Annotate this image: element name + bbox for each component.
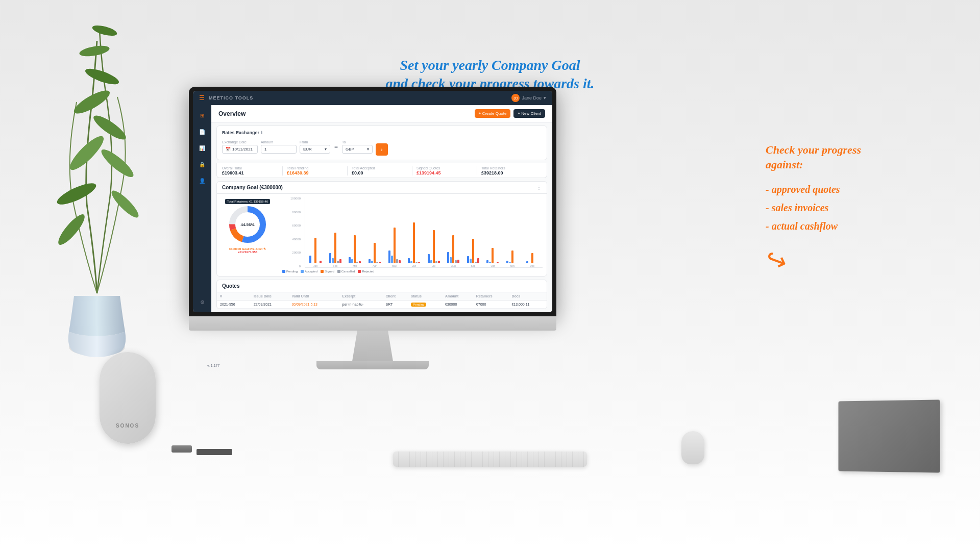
go-button[interactable]: › <box>376 143 388 156</box>
exchange-date-input[interactable]: 📅 10/11/2021 <box>222 145 258 154</box>
bar-accepted <box>470 259 472 263</box>
bar-rejected <box>497 262 499 263</box>
bar-rejected <box>379 262 381 263</box>
info-icon[interactable]: ℹ <box>261 131 262 135</box>
bar-cancelled <box>494 263 496 263</box>
keyboard <box>393 452 587 467</box>
cell-client: SRT <box>383 300 408 309</box>
bar-month-sep: Sep <box>464 222 483 267</box>
sidebar-item-settings[interactable]: ⚙ <box>197 297 207 307</box>
bar-cancelled <box>337 261 339 263</box>
goal-body: Total Retainers: €1 139156.46 <box>217 194 547 276</box>
donut-tooltip: Total Retainers: €1 139156.46 <box>225 199 270 204</box>
arrow-decoration: ↩ <box>761 243 791 278</box>
header-right: JD Jane Doe ▾ <box>511 94 546 102</box>
right-callout: Check your progress against: - approved … <box>766 143 919 275</box>
col-valid-until: Valid Until <box>288 292 339 300</box>
donut-legend: €300000 Goal Pre-Start ✎ +€174974.956 <box>229 247 266 254</box>
bar-signed <box>452 235 454 263</box>
bar-accepted <box>351 259 353 263</box>
sidebar-item-lock[interactable]: 🔒 <box>197 159 207 169</box>
col-retainers: Retainers <box>473 292 509 300</box>
bar-chart-container: 100000 80000 60000 40000 20000 0 <box>278 194 547 276</box>
app-header: ☰ MEETICO TOOLS JD Jane Doe ▾ <box>193 91 552 105</box>
bar-signed <box>511 251 513 263</box>
app-name: MEETICO TOOLS <box>209 95 253 101</box>
bar-cancelled <box>514 263 516 263</box>
to-select[interactable]: GBP ▾ <box>342 145 373 154</box>
month-label: Sep <box>471 264 475 267</box>
bar-accepted <box>450 257 452 263</box>
table-header-row: # Issue Date Valid Until Excerpt Client … <box>217 292 547 300</box>
bar-cancelled <box>435 261 437 263</box>
col-id: # <box>217 292 251 300</box>
bar-month-jul: Jul <box>424 222 443 267</box>
plant-decoration <box>15 0 179 383</box>
content-area: Overview + Create Quote + New Client Rat… <box>211 105 552 312</box>
bar-rejected <box>477 258 479 263</box>
bar-signed <box>374 243 376 263</box>
bar-rejected <box>438 261 440 263</box>
bar-accepted <box>332 258 334 263</box>
amount-input[interactable]: 1 <box>261 145 297 154</box>
quotes-section: Quotes # Issue Date Valid Until Excerpt <box>216 280 547 309</box>
col-docs: Docs <box>508 292 547 300</box>
page-title: Overview <box>218 110 246 117</box>
chevron-down-icon: ▾ <box>325 147 327 152</box>
bar-pending <box>369 259 371 263</box>
month-label: Dec <box>530 264 534 267</box>
stats-row: Overall Total £19603.41 Total Pending £1… <box>216 163 547 178</box>
bar-pending <box>388 251 390 263</box>
exchange-date-field: Exchange Date 📅 10/11/2021 <box>222 140 258 154</box>
bar-signed <box>531 253 533 263</box>
bar-month-jan: Jan <box>306 222 325 267</box>
callout-title: Check your progress against: <box>766 143 919 172</box>
bar-signed <box>472 239 474 263</box>
bar-pending <box>309 256 311 263</box>
hamburger-icon[interactable]: ☰ <box>199 94 205 102</box>
bar-pending <box>467 256 469 263</box>
sidebar-item-dashboard[interactable]: ⊞ <box>197 110 207 120</box>
sidebar-item-users[interactable]: 👤 <box>197 176 207 186</box>
col-excerpt: Excerpt <box>339 292 383 300</box>
cell-retainers: €7000 <box>473 300 509 309</box>
app-body: ⊞ 📄 📊 🔒 👤 ⚙ Overview + Create <box>193 105 552 312</box>
from-select[interactable]: EUR ▾ <box>300 145 330 154</box>
mouse <box>681 431 704 464</box>
user-menu-chevron[interactable]: ▾ <box>544 95 546 101</box>
user-name: Jane Doe <box>522 95 542 101</box>
sidebar-item-analytics[interactable]: 📊 <box>197 143 207 153</box>
col-client: Client <box>383 292 408 300</box>
bar-month-aug: Aug <box>444 222 463 267</box>
bar-signed <box>394 228 396 263</box>
create-quote-button[interactable]: + Create Quote <box>475 109 511 118</box>
callout-item-2: - sales invoices <box>766 198 919 217</box>
new-client-button[interactable]: + New Client <box>513 109 545 118</box>
month-label: Jun <box>412 264 416 267</box>
goal-menu-icon[interactable]: ⋮ <box>536 185 542 190</box>
bar-signed <box>433 230 435 263</box>
notebook <box>839 399 940 472</box>
bar-rejected <box>418 262 420 263</box>
callout-item-3: - actual cashflow <box>766 217 919 235</box>
company-goal-section: Company Goal (€300000) ⋮ Total Retainers… <box>216 181 547 277</box>
stat-overall-total: Overall Total £19603.41 <box>222 166 283 176</box>
col-status: status <box>408 292 442 300</box>
month-label: May <box>392 264 397 267</box>
bar-month-apr: Apr <box>365 222 384 267</box>
rates-row: Exchange Date 📅 10/11/2021 Amount <box>222 138 542 156</box>
headline-line1: Set your yearly Company Goal <box>337 56 643 74</box>
month-label: Apr <box>373 264 377 267</box>
sidebar: ⊞ 📄 📊 🔒 👤 ⚙ <box>193 105 211 312</box>
bar-rejected <box>359 261 361 263</box>
bar-rejected <box>517 263 519 263</box>
quotes-title: Quotes <box>222 283 239 289</box>
sonos-speaker: SONOS <box>100 352 156 444</box>
bar-signed <box>354 235 356 263</box>
from-field: From EUR ▾ <box>300 140 330 154</box>
amount-field: Amount 1 <box>261 140 297 154</box>
bar-month-mar: Mar <box>346 222 364 267</box>
bar-accepted <box>430 260 432 263</box>
sidebar-item-documents[interactable]: 📄 <box>197 127 207 137</box>
imac-stand-neck <box>347 331 398 361</box>
